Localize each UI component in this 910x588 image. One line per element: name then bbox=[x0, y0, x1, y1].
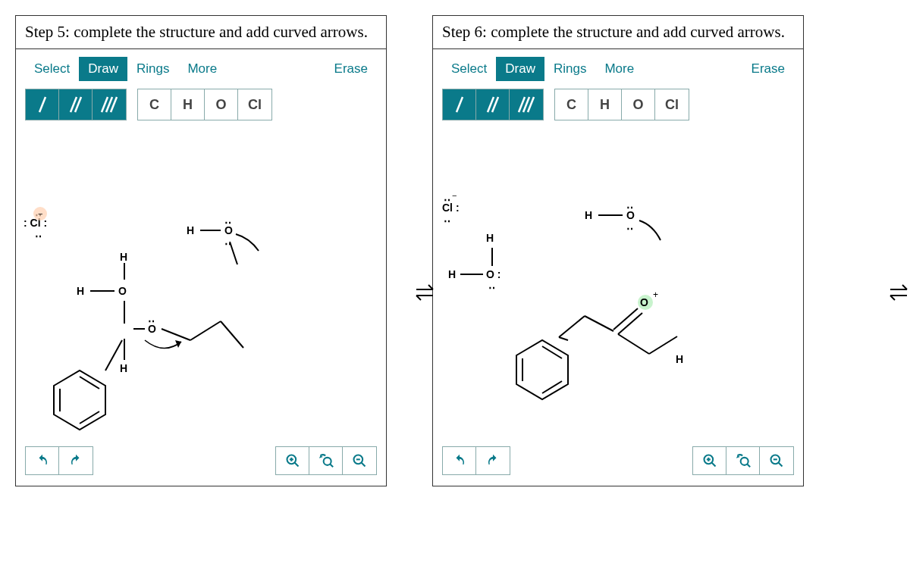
zoom-reset-icon bbox=[318, 453, 334, 468]
zoom-out-button[interactable] bbox=[760, 447, 793, 474]
atom-buttons: C H O Cl bbox=[137, 89, 272, 120]
zoom-out-icon bbox=[769, 453, 784, 468]
svg-line-72 bbox=[618, 313, 642, 334]
svg-line-81 bbox=[649, 336, 677, 354]
svg-text:‥: ‥ bbox=[626, 220, 633, 232]
atom-cl-button[interactable]: Cl bbox=[655, 89, 689, 120]
svg-text:‥: ‥ bbox=[148, 312, 155, 324]
svg-text:H: H bbox=[676, 353, 683, 365]
tab-rings[interactable]: Rings bbox=[127, 57, 178, 81]
tab-draw[interactable]: Draw bbox=[79, 57, 127, 81]
svg-line-26 bbox=[162, 329, 190, 340]
equilibrium-arrow-icon bbox=[413, 280, 436, 310]
redo-icon bbox=[69, 454, 83, 468]
svg-line-78 bbox=[542, 381, 562, 393]
triple-bond-button[interactable] bbox=[93, 89, 126, 120]
svg-line-80 bbox=[618, 334, 649, 354]
zoom-in-button[interactable] bbox=[276, 447, 309, 474]
zoom-reset-button[interactable] bbox=[726, 447, 760, 474]
svg-marker-88 bbox=[736, 456, 739, 458]
svg-line-36 bbox=[221, 321, 243, 348]
zoom-reset-button[interactable] bbox=[309, 447, 343, 474]
atom-cl-button[interactable]: Cl bbox=[238, 89, 271, 120]
svg-line-71 bbox=[613, 308, 638, 330]
single-bond-button[interactable] bbox=[26, 89, 59, 120]
svg-text:H: H bbox=[187, 224, 194, 236]
atom-h-button[interactable]: H bbox=[588, 89, 622, 120]
undo-icon bbox=[36, 454, 49, 468]
svg-line-77 bbox=[542, 346, 562, 358]
equilibrium-arrow-icon bbox=[887, 280, 910, 310]
svg-line-79 bbox=[559, 337, 568, 340]
atom-o-button[interactable]: O bbox=[205, 89, 238, 120]
svg-line-27 bbox=[190, 321, 221, 340]
svg-line-90 bbox=[747, 464, 750, 467]
svg-text:‥: ‥ bbox=[626, 199, 633, 211]
svg-text:H: H bbox=[77, 285, 84, 297]
erase-button[interactable]: Erase bbox=[742, 57, 794, 81]
svg-text:H: H bbox=[120, 362, 127, 374]
undo-icon bbox=[453, 454, 466, 468]
svg-line-43 bbox=[330, 464, 333, 467]
svg-line-92 bbox=[779, 463, 783, 467]
svg-text:O: O bbox=[640, 296, 648, 308]
single-bond-button[interactable] bbox=[443, 89, 476, 120]
tab-rings[interactable]: Rings bbox=[544, 57, 595, 81]
svg-line-83 bbox=[649, 354, 672, 358]
atom-c-button[interactable]: C bbox=[138, 89, 171, 120]
svg-line-34 bbox=[80, 411, 99, 424]
triple-bond-button[interactable] bbox=[510, 89, 543, 120]
zoom-in-icon bbox=[702, 453, 717, 468]
svg-text:H: H bbox=[448, 268, 456, 280]
svg-marker-75 bbox=[516, 340, 568, 399]
tab-more[interactable]: More bbox=[595, 57, 643, 81]
svg-text:H: H bbox=[585, 209, 592, 221]
svg-line-45 bbox=[362, 463, 366, 467]
svg-text:‥: ‥ bbox=[224, 214, 231, 226]
svg-line-74 bbox=[559, 316, 585, 337]
atom-o-button[interactable]: O bbox=[622, 89, 655, 120]
svg-line-85 bbox=[711, 463, 715, 467]
atom-h-button[interactable]: H bbox=[171, 89, 205, 120]
redo-icon bbox=[486, 454, 500, 468]
zoom-in-button[interactable] bbox=[693, 447, 726, 474]
step6-title: Step 6: complete the structure and add c… bbox=[433, 16, 803, 49]
svg-text:‥: ‥ bbox=[444, 191, 450, 203]
step6-panel: Step 6: complete the structure and add c… bbox=[432, 15, 804, 486]
svg-text:‥: ‥ bbox=[35, 227, 42, 239]
tab-select[interactable]: Select bbox=[442, 57, 496, 81]
svg-text:H: H bbox=[486, 232, 494, 244]
svg-line-0 bbox=[39, 97, 46, 112]
double-bond-button[interactable] bbox=[59, 89, 93, 120]
tab-select[interactable]: Select bbox=[25, 57, 79, 81]
svg-line-73 bbox=[585, 316, 613, 331]
tab-more[interactable]: More bbox=[178, 57, 226, 81]
undo-button[interactable] bbox=[26, 447, 59, 474]
svg-marker-41 bbox=[318, 456, 322, 458]
svg-text:‥: ‥ bbox=[488, 279, 495, 291]
svg-text:+: + bbox=[653, 289, 658, 300]
atom-c-button[interactable]: C bbox=[555, 89, 588, 120]
drawing-canvas-6[interactable]: Cl : ‥ ‥ − H O : ‥ H H O ‥ ‥ bbox=[433, 128, 803, 446]
undo-button[interactable] bbox=[443, 447, 476, 474]
redo-button[interactable] bbox=[476, 447, 510, 474]
svg-marker-31 bbox=[54, 371, 105, 430]
svg-marker-28 bbox=[175, 340, 181, 348]
zoom-in-icon bbox=[285, 453, 300, 468]
redo-button[interactable] bbox=[59, 447, 93, 474]
svg-text:−: − bbox=[452, 191, 457, 200]
zoom-out-button[interactable] bbox=[343, 447, 376, 474]
svg-line-47 bbox=[457, 97, 463, 112]
bond-buttons bbox=[25, 89, 127, 120]
svg-line-33 bbox=[80, 377, 99, 389]
step5-title: Step 5: complete the structure and add c… bbox=[16, 16, 386, 49]
drawing-canvas-5[interactable]: : Cl : ‥ ‥ − H O ‥ ‥ H O H bbox=[16, 128, 386, 446]
svg-text:‥: ‥ bbox=[444, 212, 450, 224]
tab-draw[interactable]: Draw bbox=[496, 57, 544, 81]
double-bond-button[interactable] bbox=[476, 89, 510, 120]
svg-line-38 bbox=[294, 463, 298, 467]
svg-text:H: H bbox=[120, 251, 127, 263]
erase-button[interactable]: Erase bbox=[325, 57, 377, 81]
svg-text:O: O bbox=[118, 285, 127, 297]
bond-buttons bbox=[442, 89, 544, 120]
